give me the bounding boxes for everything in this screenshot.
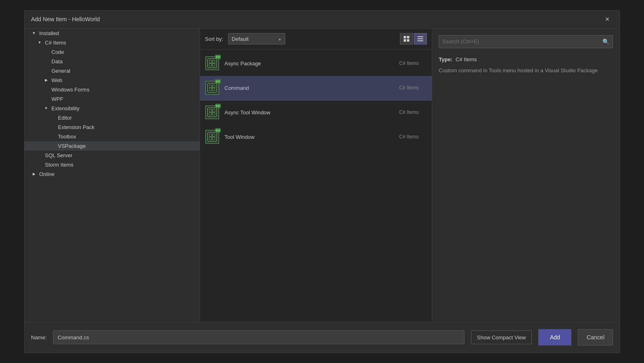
add-button[interactable]: Add [538,329,571,345]
tree-item-installed[interactable]: Installed [24,29,200,38]
show-compact-view-button[interactable]: Show Compact View [471,330,532,344]
item-name-async-package: Async Package [224,60,394,67]
title-bar: Add New Item - HelloWorld × [24,11,620,29]
item-name-command: Command [224,85,394,91]
list-item-command[interactable]: C# CommandC# Items [200,76,432,100]
tree-arrow-icon [31,30,37,36]
tree-item-label: VSPackage [58,143,86,149]
svg-rect-2 [404,39,406,42]
tree-item-extensibility[interactable]: Extensibility [24,104,200,113]
item-icon-async-tool-window: C# [205,105,220,120]
left-tree-panel: InstalledC# ItemsCodeDataGeneralWebWindo… [24,29,200,322]
package-icon [207,58,218,69]
search-bar: 🔍 [439,35,613,48]
tree-item-label: SQL Server [45,152,72,158]
item-category-async-package: C# Items [399,60,419,66]
tree-item-csharp-items[interactable]: C# Items [24,38,200,47]
search-icon[interactable]: 🔍 [602,38,609,45]
tree-item-data[interactable]: Data [24,57,200,66]
list-item-async-package[interactable]: C# Async PackageC# Items [200,51,432,76]
svg-rect-5 [417,38,423,39]
tree-item-storm-items[interactable]: Storm Items [24,160,200,169]
center-panel: Sort by: Default [200,29,432,322]
type-label: Type: [439,56,453,62]
tree-item-web[interactable]: Web [24,76,200,85]
tree-item-label: Windows Forms [51,87,89,93]
grid-view-button[interactable] [400,33,413,45]
dropdown-arrow-icon [278,36,282,42]
name-label: Name: [31,334,47,341]
tree-item-vspackage[interactable]: VSPackage [24,141,200,151]
item-icon-command: C# [205,80,220,95]
svg-rect-6 [417,40,423,41]
items-list: C# Async PackageC# Items C# CommandC# It… [200,50,432,322]
main-content: InstalledC# ItemsCodeDataGeneralWebWindo… [24,29,620,322]
cs-badge: C# [215,79,221,84]
tree-item-label: Editor [58,115,72,121]
package-icon [207,107,218,118]
cs-badge: C# [215,104,221,108]
tree-item-editor[interactable]: Editor [24,113,200,122]
tree-item-windows-forms[interactable]: Windows Forms [24,85,200,94]
item-icon-tool-window: C# [205,129,220,144]
item-category-command: C# Items [399,85,419,91]
tree-item-sql-server[interactable]: SQL Server [24,151,200,160]
sort-label: Sort by: [205,36,223,42]
tree-item-label: General [51,68,70,74]
package-icon [207,131,218,143]
tree-arrow-icon [43,77,49,83]
type-description: Custom command in Tools menu hosted in a… [439,67,613,75]
tree-item-label: WPF [51,96,63,102]
item-category-async-tool-window: C# Items [399,109,419,115]
list-item-tool-window[interactable]: C# Tool WindowC# Items [200,125,432,149]
toolbar: Sort by: Default [200,29,432,50]
cs-badge: C# [215,55,221,59]
tree-item-label: Extension Pack [58,124,95,130]
item-icon-async-package: C# [205,56,220,71]
view-toggle-buttons [400,33,427,45]
add-new-item-dialog: Add New Item - HelloWorld × InstalledC# … [24,10,620,353]
tree-item-label: Installed [39,30,59,36]
tree-item-label: Extensibility [51,105,80,111]
tree-arrow-icon [37,40,42,45]
bottom-bar: Name: Show Compact View Add Cancel [24,322,620,353]
tree-item-label: Storm Items [45,162,73,168]
tree-item-general[interactable]: General [24,66,200,76]
list-view-button[interactable] [414,33,427,45]
type-value: C# Items [455,56,477,62]
tree-item-extension-pack[interactable]: Extension Pack [24,122,200,132]
cancel-button[interactable]: Cancel [578,329,613,345]
list-icon [417,36,424,42]
search-input[interactable] [442,38,602,45]
svg-rect-4 [417,36,423,37]
tree-item-label: Online [39,171,55,177]
tree-item-label: C# Items [45,40,66,46]
tree-arrow-icon [31,171,37,177]
tree-item-online[interactable]: Online [24,169,200,179]
name-input[interactable] [53,330,464,344]
item-name-tool-window: Tool Window [224,134,394,140]
svg-rect-0 [404,36,406,38]
package-icon [207,82,218,94]
sort-dropdown[interactable]: Default [228,33,285,45]
svg-rect-1 [407,36,409,38]
cs-badge: C# [215,128,221,133]
list-item-async-tool-window[interactable]: C# Async Tool WindowC# Items [200,100,432,125]
tree-item-label: Toolbox [58,134,76,140]
right-panel: 🔍 Type: C# Items Custom command in Tools… [432,29,620,322]
tree-item-code[interactable]: Code [24,47,200,57]
grid-icon [403,36,410,42]
sort-value: Default [232,36,275,42]
tree-item-label: Data [51,58,62,65]
tree-arrow-icon [43,105,49,111]
item-name-async-tool-window: Async Tool Window [224,109,394,116]
tree-item-label: Web [51,77,62,83]
tree-item-label: Code [51,49,64,55]
dialog-title: Add New Item - HelloWorld [31,16,100,22]
tree-item-wpf[interactable]: WPF [24,94,200,104]
type-info: Type: C# Items [439,56,613,62]
close-button[interactable]: × [602,13,613,25]
svg-rect-3 [407,39,409,42]
item-category-tool-window: C# Items [399,134,419,140]
tree-item-toolbox[interactable]: Toolbox [24,132,200,141]
